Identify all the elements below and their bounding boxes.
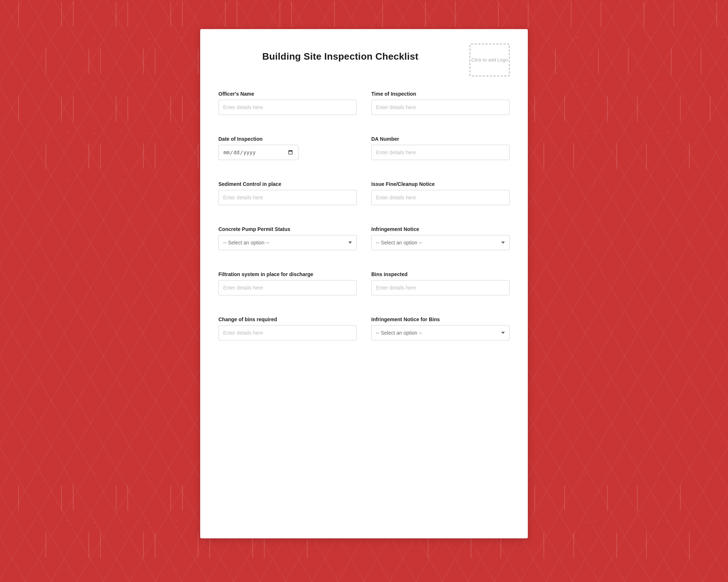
field-change-of-bins: Change of bins required	[218, 316, 357, 340]
hex-decoration	[673, 0, 717, 39]
hex-decoration	[127, 473, 171, 523]
hex-decoration	[100, 36, 144, 87]
hex-decoration	[646, 520, 690, 570]
hex-decoration	[155, 36, 198, 87]
form-row-5: Filtration system in place for discharge…	[218, 271, 510, 306]
field-infringement-notice: Infringement Notice -- Select an option …	[371, 226, 510, 250]
input-time-of-inspection[interactable]	[371, 100, 510, 115]
hex-decoration	[100, 131, 144, 181]
form-row-3: Sediment Control in place Issue Fine/Cle…	[218, 181, 510, 215]
hex-decoration	[601, 0, 644, 39]
hex-decoration	[46, 520, 89, 570]
form-row-2: Date of Inspection DA Number	[218, 136, 510, 170]
input-date-of-inspection[interactable]	[218, 145, 298, 160]
field-filtration-system: Filtration system in place for discharge	[218, 271, 357, 295]
input-change-of-bins[interactable]	[218, 325, 357, 340]
hex-decoration	[46, 36, 89, 87]
hex-decoration	[46, 131, 89, 181]
form-title-area: Building Site Inspection Checklist	[218, 44, 462, 62]
hex-decoration	[637, 473, 681, 523]
form-row-4: Concrete Pump Permit Status -- Select an…	[218, 226, 510, 260]
logo-upload-box[interactable]: Click to add Logo	[470, 44, 510, 76]
form-header: Building Site Inspection Checklist Click…	[218, 44, 510, 76]
hex-decoration	[555, 36, 599, 87]
label-infringement-notice: Infringement Notice	[371, 226, 510, 232]
form-row-6: Change of bins required Infringement Not…	[218, 316, 510, 351]
hex-decoration	[564, 473, 608, 523]
label-time-of-inspection: Time of Inspection	[371, 91, 510, 97]
hex-decoration	[18, 473, 62, 523]
hex-decoration	[528, 0, 571, 39]
label-bins-inspected: Bins inspected	[371, 271, 510, 277]
label-change-of-bins: Change of bins required	[218, 316, 357, 322]
select-concrete-pump-permit[interactable]: -- Select an option -- Approved Pending …	[218, 235, 357, 250]
field-infringement-notice-bins: Infringement Notice for Bins -- Select a…	[371, 316, 510, 340]
hex-decoration	[155, 131, 198, 181]
hex-decoration	[73, 84, 116, 134]
hex-decoration	[628, 36, 672, 87]
label-date-of-inspection: Date of Inspection	[218, 136, 357, 142]
label-filtration-system: Filtration system in place for discharge	[218, 271, 357, 277]
hex-decoration	[73, 0, 116, 39]
field-time-of-inspection: Time of Inspection	[371, 91, 510, 115]
field-officers-name: Officer's Name	[218, 91, 357, 115]
hex-decoration	[18, 0, 62, 39]
field-issue-fine: Issue Fine/Cleanup Notice	[371, 181, 510, 205]
label-issue-fine: Issue Fine/Cleanup Notice	[371, 181, 510, 187]
form-row-1: Officer's Name Time of Inspection	[218, 91, 510, 125]
field-bins-inspected: Bins inspected	[371, 271, 510, 295]
hex-decoration	[646, 131, 690, 181]
field-date-of-inspection: Date of Inspection	[218, 136, 357, 160]
input-sediment-control[interactable]	[218, 190, 357, 205]
hex-decoration	[564, 84, 608, 134]
label-da-number: DA Number	[371, 136, 510, 142]
hex-decoration	[18, 84, 62, 134]
hex-decoration	[127, 84, 171, 134]
input-filtration-system[interactable]	[218, 280, 357, 295]
input-bins-inspected[interactable]	[371, 280, 510, 295]
form-title: Building Site Inspection Checklist	[262, 51, 418, 62]
field-sediment-control: Sediment Control in place	[218, 181, 357, 205]
hex-decoration	[573, 520, 617, 570]
form-card: Building Site Inspection Checklist Click…	[200, 29, 528, 538]
label-concrete-pump-permit: Concrete Pump Permit Status	[218, 226, 357, 232]
hex-decoration	[701, 36, 728, 87]
hex-decoration	[155, 520, 198, 570]
input-da-number[interactable]	[371, 145, 510, 160]
input-issue-fine[interactable]	[371, 190, 510, 205]
hex-decoration	[637, 84, 681, 134]
field-da-number: DA Number	[371, 136, 510, 160]
logo-placeholder-text: Click to add Logo	[471, 57, 508, 63]
label-infringement-notice-bins: Infringement Notice for Bins	[371, 316, 510, 322]
hex-decoration	[100, 520, 144, 570]
hex-decoration	[573, 131, 617, 181]
select-infringement-notice-bins[interactable]: -- Select an option -- Yes No	[371, 325, 510, 340]
label-sediment-control: Sediment Control in place	[218, 181, 357, 187]
hex-decoration	[710, 84, 728, 134]
select-infringement-notice[interactable]: -- Select an option -- Yes No	[371, 235, 510, 250]
hex-decoration	[127, 0, 171, 39]
hex-decoration	[73, 473, 116, 523]
label-officers-name: Officer's Name	[218, 91, 357, 97]
field-concrete-pump-permit: Concrete Pump Permit Status -- Select an…	[218, 226, 357, 250]
input-officers-name[interactable]	[218, 100, 357, 115]
